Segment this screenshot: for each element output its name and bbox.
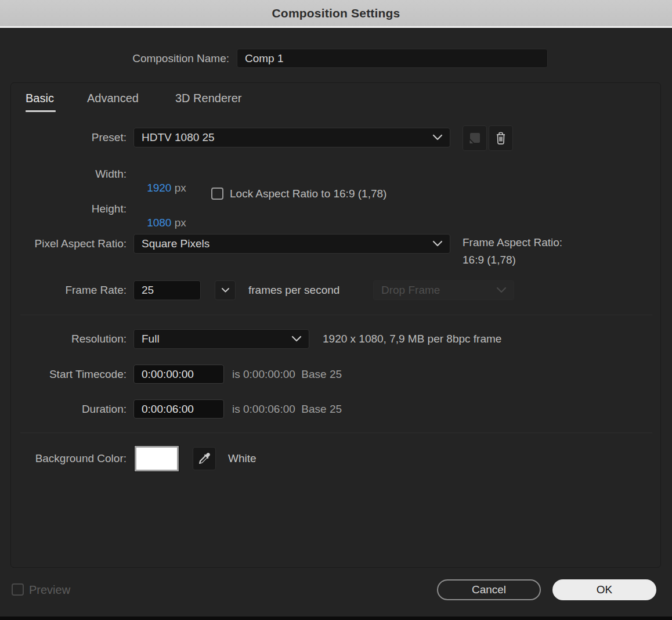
frame-rate-dropdown-button[interactable] bbox=[215, 280, 236, 300]
height-unit: px bbox=[175, 217, 186, 229]
dialog-titlebar: Composition Settings bbox=[0, 0, 672, 28]
duration-input[interactable]: 0:00:06:00 bbox=[133, 399, 224, 419]
background-color-swatch[interactable] bbox=[135, 446, 179, 471]
width-label: Width: bbox=[95, 167, 127, 181]
ok-button[interactable]: OK bbox=[552, 579, 656, 600]
duration-label: Duration: bbox=[82, 399, 127, 419]
dialog-title: Composition Settings bbox=[272, 6, 400, 20]
background-color-label: Background Color: bbox=[35, 446, 127, 471]
tab-advanced[interactable]: Advanced bbox=[87, 92, 139, 105]
resolution-value: Full bbox=[134, 333, 160, 345]
new-preset-icon bbox=[468, 131, 482, 145]
frames-per-second-label: frames per second bbox=[248, 283, 339, 297]
composition-settings-dialog: Composition Settings Composition Name: C… bbox=[0, 0, 672, 620]
tab-3d-renderer[interactable]: 3D Renderer bbox=[175, 92, 242, 105]
preset-dropdown[interactable]: HDTV 1080 25 bbox=[133, 128, 450, 147]
drop-frame-dropdown: Drop Frame bbox=[373, 280, 514, 300]
width-value[interactable]: 1920 bbox=[147, 182, 171, 194]
cancel-button[interactable]: Cancel bbox=[437, 579, 541, 600]
duration-info: is 0:00:06:00 Base 25 bbox=[232, 402, 342, 416]
composition-name-label: Composition Name: bbox=[132, 49, 229, 68]
duration-value: 0:00:06:00 bbox=[134, 403, 194, 416]
tab-basic[interactable]: Basic bbox=[26, 92, 54, 105]
drop-frame-value: Drop Frame bbox=[374, 284, 440, 297]
chevron-down-icon bbox=[291, 336, 302, 343]
composition-name-value: Comp 1 bbox=[237, 52, 284, 65]
background-color-name: White bbox=[228, 450, 256, 467]
resolution-dropdown[interactable]: Full bbox=[133, 329, 309, 349]
frame-rate-input[interactable]: 25 bbox=[133, 280, 201, 300]
section-divider bbox=[20, 432, 652, 433]
start-timecode-input[interactable]: 0:00:00:00 bbox=[133, 365, 224, 384]
preset-label: Preset: bbox=[92, 128, 127, 147]
active-tab-underline bbox=[26, 110, 56, 112]
eyedropper-button[interactable] bbox=[193, 447, 216, 470]
frame-aspect-ratio-label: Frame Aspect Ratio: bbox=[463, 236, 562, 250]
settings-panel bbox=[10, 82, 661, 568]
eyedropper-icon bbox=[197, 452, 211, 466]
composition-name-input[interactable]: Comp 1 bbox=[237, 49, 548, 68]
height-value[interactable]: 1080 bbox=[147, 217, 171, 229]
chevron-down-icon bbox=[221, 287, 230, 293]
preset-value: HDTV 1080 25 bbox=[134, 131, 215, 144]
trash-icon bbox=[494, 131, 508, 146]
frame-rate-value: 25 bbox=[134, 284, 154, 297]
start-timecode-info: is 0:00:00:00 Base 25 bbox=[232, 367, 342, 381]
frame-aspect-ratio-value: 16:9 (1,78) bbox=[463, 253, 516, 267]
resolution-info: 1920 x 1080, 7,9 MB per 8bpc frame bbox=[323, 332, 501, 346]
pixel-aspect-ratio-dropdown[interactable]: Square Pixels bbox=[133, 234, 450, 254]
start-timecode-label: Start Timecode: bbox=[49, 365, 127, 384]
section-divider bbox=[20, 315, 652, 315]
window-bottom-edge bbox=[0, 617, 672, 620]
start-timecode-value: 0:00:00:00 bbox=[134, 368, 194, 381]
frame-rate-label: Frame Rate: bbox=[65, 280, 127, 300]
lock-aspect-label: Lock Aspect Ratio to 16:9 (1,78) bbox=[230, 188, 386, 200]
pixel-aspect-ratio-value: Square Pixels bbox=[134, 237, 209, 250]
chevron-down-icon bbox=[496, 287, 507, 294]
save-preset-button[interactable] bbox=[463, 125, 487, 151]
resolution-label: Resolution: bbox=[71, 329, 127, 349]
preview-label: Preview bbox=[29, 583, 70, 597]
chevron-down-icon bbox=[432, 240, 443, 247]
height-label: Height: bbox=[92, 202, 127, 216]
pixel-aspect-ratio-label: Pixel Aspect Ratio: bbox=[35, 234, 127, 254]
delete-preset-button[interactable] bbox=[489, 125, 513, 151]
width-unit: px bbox=[175, 182, 186, 194]
chevron-down-icon bbox=[432, 134, 443, 141]
preview-checkbox bbox=[12, 583, 24, 596]
lock-aspect-checkbox[interactable] bbox=[211, 188, 223, 200]
